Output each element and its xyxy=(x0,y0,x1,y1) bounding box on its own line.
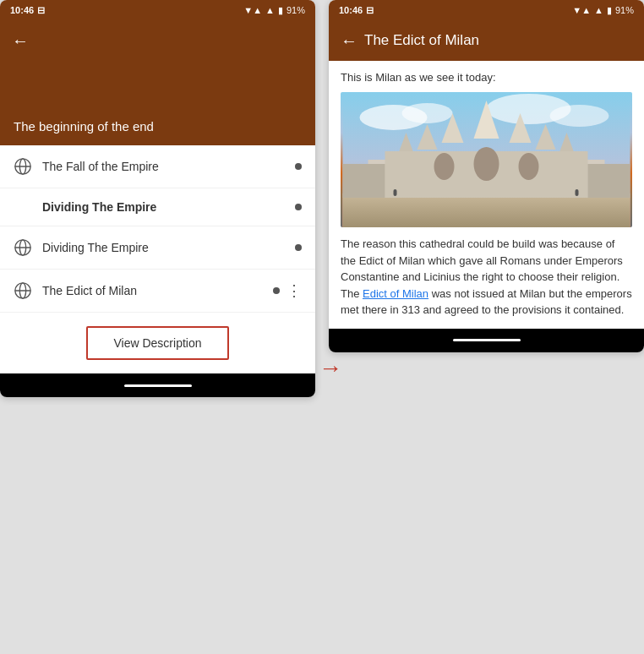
left-home-indicator xyxy=(124,384,192,387)
left-status-bar: 10:46 ⊟ ▼▲ ▲ ▮ 91% xyxy=(0,0,315,20)
svg-point-24 xyxy=(434,153,455,180)
left-signal-icon: ▲ xyxy=(265,5,275,15)
list-item-text-1: The Fall of the Empire xyxy=(42,160,295,173)
right-app-title: The Edict of Milan xyxy=(364,32,479,49)
right-phone: 10:46 ⊟ ▼▲ ▲ ▮ 91% ← The Edict of Milan … xyxy=(329,0,644,352)
svg-rect-27 xyxy=(394,189,397,196)
arrow-icon: → xyxy=(319,355,342,382)
hero-subtitle: The beginning of the end xyxy=(14,119,154,134)
left-back-arrow[interactable]: ← xyxy=(12,31,29,51)
intro-text: This is Milan as we see it today: xyxy=(341,71,632,84)
right-status-right: ▼▲ ▲ ▮ 91% xyxy=(572,5,634,16)
left-sim-icon: ⊟ xyxy=(37,5,45,16)
list-item-2[interactable]: Dividing The Empire xyxy=(0,188,315,226)
cathedral-image xyxy=(341,92,632,227)
globe-icon-4 xyxy=(14,281,32,300)
left-bottom-bar xyxy=(0,373,315,397)
list-item-1[interactable]: The Fall of the Empire xyxy=(0,145,315,188)
list-item-text-3: Dividing The Empire xyxy=(42,241,295,254)
left-app-bar: ← xyxy=(0,20,315,61)
svg-rect-30 xyxy=(588,164,630,198)
left-hero-banner: The beginning of the end xyxy=(0,61,315,145)
right-home-indicator xyxy=(453,339,521,341)
right-signal-icon: ▲ xyxy=(594,5,603,15)
view-desc-container: View Description xyxy=(0,313,315,373)
left-wifi-icon: ▼▲ xyxy=(243,5,262,15)
right-wifi-icon: ▼▲ xyxy=(572,5,591,15)
svg-point-25 xyxy=(474,147,499,181)
svg-rect-28 xyxy=(576,189,579,196)
svg-point-11 xyxy=(402,103,453,123)
left-phone: 10:46 ⊟ ▼▲ ▲ ▮ 91% ← The beginning of th… xyxy=(0,0,315,397)
left-status-right: ▼▲ ▲ ▮ 91% xyxy=(243,5,305,16)
right-status-bar: 10:46 ⊟ ▼▲ ▲ ▮ 91% xyxy=(329,0,644,20)
right-bottom-bar xyxy=(329,329,644,352)
right-app-bar: ← The Edict of Milan xyxy=(329,20,644,61)
globe-icon-1 xyxy=(14,157,32,176)
more-options-icon[interactable]: ⋮ xyxy=(287,281,302,300)
list-item-text-2: Dividing The Empire xyxy=(42,200,295,214)
left-list: The Fall of the Empire Dividing The Empi… xyxy=(0,145,315,373)
right-battery-icon: ▮ xyxy=(607,5,612,16)
right-back-arrow[interactable]: ← xyxy=(341,31,357,51)
list-item-text-4: The Edict of Milan xyxy=(42,284,273,297)
dot-3 xyxy=(295,244,302,251)
screens-container: 10:46 ⊟ ▼▲ ▲ ▮ 91% ← The beginning of th… xyxy=(0,0,644,397)
left-time: 10:46 xyxy=(10,5,34,15)
right-time: 10:46 xyxy=(339,5,363,15)
right-battery-pct: 91% xyxy=(615,5,634,15)
svg-rect-14 xyxy=(343,193,630,227)
list-item-4[interactable]: The Edict of Milan ⋮ xyxy=(0,270,315,313)
globe-icon-3 xyxy=(14,238,32,257)
left-battery-icon: ▮ xyxy=(278,5,283,16)
edict-of-milan-link[interactable]: Edict of Milan xyxy=(363,287,428,300)
dot-1 xyxy=(295,163,302,170)
list-item-3[interactable]: Dividing The Empire xyxy=(0,226,315,270)
svg-point-13 xyxy=(550,105,609,127)
right-status-left: 10:46 ⊟ xyxy=(339,5,374,16)
detail-content: This is Milan as we see it today: xyxy=(329,61,644,329)
dot-4 xyxy=(273,287,280,294)
view-description-button[interactable]: View Description xyxy=(86,326,228,360)
right-sim-icon: ⊟ xyxy=(366,5,374,16)
svg-point-26 xyxy=(519,153,539,180)
body-text: The reason this cathedral could be build… xyxy=(341,236,632,319)
dot-2 xyxy=(295,204,302,210)
left-battery-pct: 91% xyxy=(287,5,305,15)
left-status-left: 10:46 ⊟ xyxy=(10,5,45,16)
svg-rect-29 xyxy=(343,164,385,198)
